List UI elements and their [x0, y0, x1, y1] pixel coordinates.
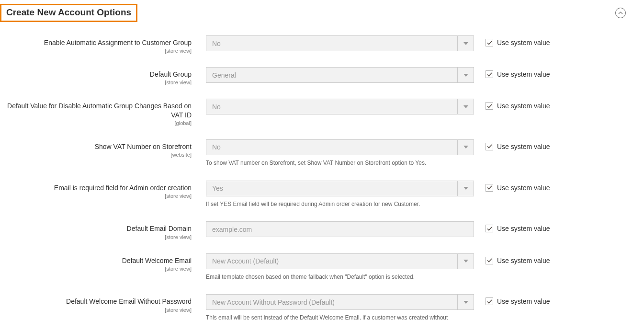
field-label: Default Welcome Email	[122, 257, 192, 264]
collapse-toggle[interactable]	[615, 8, 626, 18]
use-system-label[interactable]: Use system value	[497, 143, 550, 150]
check-icon	[487, 103, 492, 109]
field-label-col: Default Welcome Email [store view]	[0, 253, 206, 272]
check-icon	[487, 299, 492, 304]
section-title: Create New Account Options	[6, 7, 131, 17]
field-control-col: No To show VAT number on Storefront, set…	[206, 139, 474, 167]
check-icon	[487, 72, 492, 77]
field-note: If set YES Email field will be required …	[206, 200, 474, 208]
field-scope: [store view]	[0, 266, 192, 272]
use-system-checkbox[interactable]	[486, 297, 493, 305]
field-note: Email template chosen based on theme fal…	[206, 273, 474, 281]
field-note: To show VAT number on Storefront, set Sh…	[206, 159, 474, 167]
select-value: General	[206, 71, 457, 79]
field-label: Default Email Domain	[127, 225, 192, 232]
field-row: Show VAT Number on Storefront [website] …	[0, 139, 630, 167]
field-label-col: Default Group [store view]	[0, 67, 206, 85]
select-value: New Account (Default)	[206, 257, 457, 265]
select-value: No	[206, 40, 457, 47]
field-note: This email will be sent instead of the D…	[206, 314, 474, 320]
field-scope: [website]	[0, 152, 192, 158]
use-system-label[interactable]: Use system value	[497, 257, 550, 264]
section-title-highlight: Create New Account Options	[0, 4, 137, 22]
select-value: Yes	[206, 184, 457, 192]
chevron-down-icon	[457, 68, 474, 82]
select-input[interactable]: General	[206, 67, 474, 83]
use-system-checkbox[interactable]	[486, 257, 493, 264]
field-label-col: Enable Automatic Assignment to Customer …	[0, 35, 206, 54]
field-row: Default Welcome Email [store view] New A…	[0, 253, 630, 281]
field-control-col: General	[206, 67, 474, 83]
use-system-col: Use system value	[474, 221, 550, 232]
select-value: No	[206, 143, 457, 151]
use-system-label[interactable]: Use system value	[497, 39, 550, 46]
use-system-label[interactable]: Use system value	[497, 70, 550, 78]
use-system-checkbox[interactable]	[486, 143, 493, 150]
select-input[interactable]: New Account (Default)	[206, 253, 474, 269]
field-row: Default Value for Disable Automatic Grou…	[0, 99, 630, 126]
use-system-checkbox[interactable]	[486, 225, 493, 232]
field-scope: [store view]	[0, 234, 192, 240]
chevron-down-icon	[457, 99, 474, 114]
field-control-col: No	[206, 99, 474, 114]
field-control-col: New Account (Default) Email template cho…	[206, 253, 474, 281]
field-label: Default Value for Disable Automatic Grou…	[7, 102, 192, 118]
check-icon	[487, 258, 492, 263]
field-control-col: New Account Without Password (Default) T…	[206, 294, 474, 320]
field-scope: [store view]	[0, 80, 192, 85]
field-label: Enable Automatic Assignment to Customer …	[44, 39, 192, 46]
field-scope: [store view]	[0, 193, 192, 199]
select-value: No	[206, 103, 457, 111]
field-label-col: Show VAT Number on Storefront [website]	[0, 139, 206, 158]
select-input[interactable]: No	[206, 139, 474, 155]
use-system-checkbox[interactable]	[486, 39, 493, 46]
field-control-col: No	[206, 35, 474, 51]
use-system-label[interactable]: Use system value	[497, 184, 550, 192]
check-icon	[487, 185, 492, 190]
field-scope: [global]	[0, 120, 192, 126]
field-row: Default Group [store view] General Use s…	[0, 67, 630, 85]
field-control-col	[206, 221, 474, 237]
use-system-label[interactable]: Use system value	[497, 102, 550, 110]
use-system-checkbox[interactable]	[486, 184, 493, 192]
use-system-checkbox[interactable]	[486, 102, 493, 110]
chevron-down-icon	[457, 181, 474, 196]
use-system-label[interactable]: Use system value	[497, 297, 550, 305]
field-row: Enable Automatic Assignment to Customer …	[0, 35, 630, 54]
field-control-col: Yes If set YES Email field will be requi…	[206, 181, 474, 208]
chevron-down-icon	[457, 295, 474, 309]
field-label-col: Default Email Domain [store view]	[0, 221, 206, 240]
field-label: Show VAT Number on Storefront	[95, 143, 192, 150]
chevron-down-icon	[457, 254, 474, 269]
text-input[interactable]	[206, 221, 474, 237]
check-icon	[487, 144, 492, 149]
field-label: Default Welcome Email Without Password	[66, 297, 192, 305]
field-label-col: Default Welcome Email Without Password […	[0, 294, 206, 312]
select-input[interactable]: New Account Without Password (Default)	[206, 294, 474, 310]
select-input[interactable]: Yes	[206, 181, 474, 196]
use-system-checkbox[interactable]	[486, 70, 493, 78]
check-icon	[487, 40, 492, 46]
field-label-col: Default Value for Disable Automatic Grou…	[0, 99, 206, 126]
chevron-down-icon	[457, 140, 474, 155]
check-icon	[487, 226, 492, 231]
use-system-col: Use system value	[474, 181, 550, 192]
use-system-col: Use system value	[474, 294, 550, 305]
select-value: New Account Without Password (Default)	[206, 298, 457, 306]
field-row: Default Email Domain [store view] Use sy…	[0, 221, 630, 240]
use-system-col: Use system value	[474, 67, 550, 78]
select-input[interactable]: No	[206, 35, 474, 51]
use-system-label[interactable]: Use system value	[497, 225, 550, 232]
fields-container: Enable Automatic Assignment to Customer …	[0, 26, 644, 320]
use-system-col: Use system value	[474, 139, 550, 150]
chevron-up-icon	[618, 11, 623, 15]
field-label-col: Email is required field for Admin order …	[0, 181, 206, 199]
field-label: Default Group	[150, 70, 192, 78]
use-system-col: Use system value	[474, 253, 550, 264]
chevron-down-icon	[457, 36, 474, 51]
field-scope: [store view]	[0, 307, 192, 313]
use-system-col: Use system value	[474, 99, 550, 110]
section-header: Create New Account Options	[0, 0, 644, 26]
field-scope: [store view]	[0, 48, 192, 54]
select-input[interactable]: No	[206, 99, 474, 114]
